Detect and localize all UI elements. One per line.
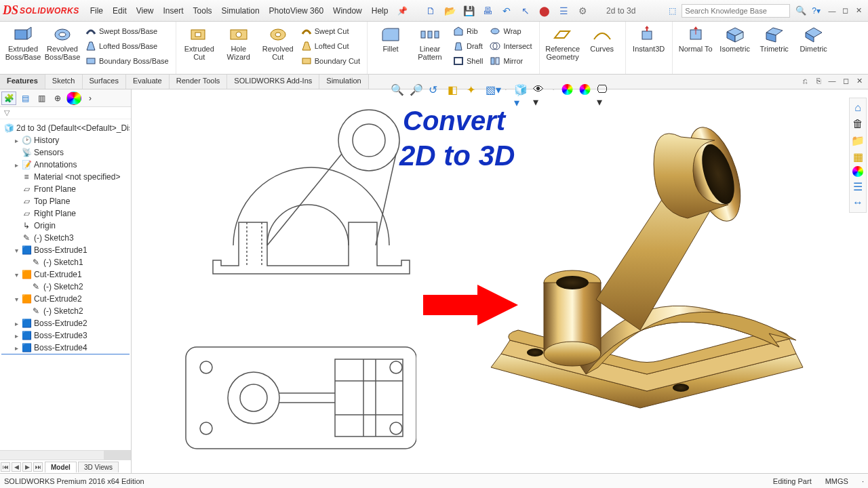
menu-simulation[interactable]: Simulation xyxy=(218,5,264,17)
tab-render-tools[interactable]: Render Tools xyxy=(170,75,228,89)
doc-minimize-button[interactable]: — xyxy=(826,76,838,85)
property-mgr-tab-icon[interactable]: ▤ xyxy=(18,92,33,105)
fm-tree-tab-icon[interactable]: 🧩 xyxy=(1,92,16,105)
revolved-boss-button[interactable]: Revolved Boss/Base xyxy=(45,24,80,61)
zoom-area-icon[interactable]: 🔎 xyxy=(410,83,422,96)
dimetric-button[interactable]: Dimetric xyxy=(796,24,831,53)
tree-twisty-icon[interactable]: ▸ xyxy=(14,320,19,327)
nav-first-icon[interactable]: ⏮ xyxy=(1,462,10,472)
tab-simulation[interactable]: Simulation xyxy=(319,75,368,89)
menu-window[interactable]: Window xyxy=(329,5,366,17)
section-view-icon[interactable]: ◧ xyxy=(448,83,460,96)
rebuild-icon[interactable]: ⬤ xyxy=(538,4,551,18)
display-mgr-tab-icon[interactable] xyxy=(66,92,81,105)
trimetric-button[interactable]: Trimetric xyxy=(757,24,792,53)
revolved-cut-button[interactable]: Revolved Cut xyxy=(260,24,296,61)
tab-sw-addins[interactable]: SOLIDWORKS Add-Ins xyxy=(227,75,319,89)
zoom-fit-icon[interactable]: 🔍 xyxy=(391,83,403,96)
tree-twisty-icon[interactable]: ▸ xyxy=(14,161,19,169)
tree-item[interactable]: ▾🟧Cut-Extrude1 xyxy=(1,268,130,281)
save-icon[interactable]: 💾 xyxy=(462,4,475,18)
design-library-icon[interactable]: 🗑 xyxy=(851,117,865,131)
tab-surfaces[interactable]: Surfaces xyxy=(83,75,126,89)
sw-resource-icon[interactable]: ⬚ xyxy=(669,6,676,16)
tree-item[interactable]: ▱Front Plane xyxy=(1,183,130,195)
tree-item[interactable]: ▾🟧Cut-Extrude2 xyxy=(1,293,130,305)
tree-item[interactable]: ↳Origin xyxy=(1,220,130,232)
graphics-area[interactable]: 🔍 🔎 ↺ ◧ ✦ ▧▾ · 🧊▾ 👁▾ · 🖵▾ ⌂ 🗑 📁 ▦ ☰ ↔ Co… xyxy=(132,89,868,473)
rib-button[interactable]: Rib xyxy=(452,24,484,38)
doc-prev-icon[interactable]: ⎌ xyxy=(799,76,811,85)
edit-appearance-icon[interactable] xyxy=(579,84,590,95)
lofted-cut-button[interactable]: Lofted Cut xyxy=(300,39,361,53)
tree-twisty-icon[interactable]: ▾ xyxy=(14,271,19,279)
help-icon[interactable]: ?▾ xyxy=(812,6,821,16)
feature-tree[interactable]: 🧊 2d to 3d (Default<<Default>_Dis ▸🕑Hist… xyxy=(0,119,131,450)
menu-file[interactable]: File xyxy=(86,5,107,17)
tree-item[interactable]: ✎(-) Sketch2 xyxy=(1,305,130,317)
tree-item[interactable]: ✎(-) Sketch2 xyxy=(1,281,130,293)
config-mgr-tab-icon[interactable]: ▥ xyxy=(34,92,49,105)
custom-props-icon[interactable]: ☰ xyxy=(851,180,865,193)
new-doc-icon[interactable]: 🗋 xyxy=(424,4,437,18)
isometric-button[interactable]: Isometric xyxy=(717,24,753,53)
tree-root[interactable]: 🧊 2d to 3d (Default<<Default>_Dis xyxy=(1,122,130,134)
nav-prev-icon[interactable]: ◀ xyxy=(12,462,21,472)
tree-item[interactable]: ▱Right Plane xyxy=(1,207,130,220)
forum-icon[interactable]: ↔ xyxy=(851,196,865,209)
menu-photoview[interactable]: PhotoView 360 xyxy=(265,5,328,17)
tree-twisty-icon[interactable]: ▾ xyxy=(14,247,19,254)
intersect-button[interactable]: Intersect xyxy=(488,39,533,53)
tab-3dviews[interactable]: 3D Views xyxy=(78,462,119,472)
view-palette-icon[interactable]: ▦ xyxy=(851,150,865,163)
doc-close-button[interactable]: ✕ xyxy=(853,76,865,85)
menu-insert[interactable]: Insert xyxy=(159,5,188,17)
tree-item[interactable]: ✎(-) Sketch3 xyxy=(1,232,130,244)
appearance-icon[interactable] xyxy=(561,84,572,95)
instant3d-button[interactable]: Instant3D xyxy=(631,24,667,53)
swept-boss-button[interactable]: Swept Boss/Base xyxy=(84,24,170,38)
extruded-boss-button[interactable]: Extruded Boss/Base xyxy=(5,24,41,61)
swept-cut-button[interactable]: Swept Cut xyxy=(300,24,361,38)
boundary-boss-button[interactable]: Boundary Boss/Base xyxy=(84,54,170,68)
view-settings-icon[interactable]: 🖵▾ xyxy=(597,83,609,96)
prev-view-icon[interactable]: ↺ xyxy=(429,83,441,96)
tree-twisty-icon[interactable]: ▸ xyxy=(14,332,19,340)
minimize-button[interactable]: — xyxy=(826,6,838,16)
search-icon[interactable]: 🔍 xyxy=(795,5,806,16)
scene-icon[interactable]: 👁▾ xyxy=(533,83,545,96)
curves-button[interactable]: Curves xyxy=(585,24,620,53)
wrap-button[interactable]: Wrap xyxy=(488,24,533,38)
status-more-icon[interactable]: · xyxy=(862,477,864,485)
tree-item[interactable]: ▸📝Annotations xyxy=(1,159,130,171)
menu-view[interactable]: View xyxy=(132,5,158,17)
menu-help[interactable]: Help xyxy=(368,5,393,17)
menu-tools[interactable]: Tools xyxy=(189,5,216,17)
tab-evaluate[interactable]: Evaluate xyxy=(126,75,170,89)
shell-button[interactable]: Shell xyxy=(452,54,484,68)
print-icon[interactable]: 🖶 xyxy=(481,4,494,18)
tab-features[interactable]: Features xyxy=(0,75,45,89)
panel-expand-icon[interactable]: › xyxy=(83,92,98,105)
tree-twisty-icon[interactable]: ▸ xyxy=(14,344,19,352)
tree-item[interactable]: ≡Material <not specified> xyxy=(1,171,130,183)
nav-last-icon[interactable]: ⏭ xyxy=(33,462,43,472)
mirror-button[interactable]: Mirror xyxy=(488,54,533,68)
tree-item[interactable]: ▸🕑History xyxy=(1,134,130,146)
search-input[interactable] xyxy=(682,4,790,18)
tree-item[interactable]: 📡Sensors xyxy=(1,146,130,159)
view-orient-icon[interactable]: ✦ xyxy=(467,83,479,96)
status-units[interactable]: MMGS xyxy=(825,477,848,485)
tree-item[interactable]: ✎(-) Sketch1 xyxy=(1,256,130,268)
hole-wizard-button[interactable]: Hole Wizard xyxy=(221,24,256,61)
menu-edit[interactable]: Edit xyxy=(108,5,131,17)
ref-geometry-button[interactable]: Reference Geometry xyxy=(545,24,580,61)
tree-item[interactable]: ▸🟦Boss-Extrude4 xyxy=(1,342,130,354)
tree-item[interactable]: ▱Top Plane xyxy=(1,195,130,207)
tree-item[interactable]: ▸🟦Boss-Extrude3 xyxy=(1,329,130,342)
options-icon[interactable]: ☰ xyxy=(557,4,570,18)
boundary-cut-button[interactable]: Boundary Cut xyxy=(300,54,361,68)
draft-button[interactable]: Draft xyxy=(452,39,484,53)
home-icon[interactable]: ⌂ xyxy=(851,101,865,115)
normal-to-button[interactable]: Normal To xyxy=(678,24,713,53)
